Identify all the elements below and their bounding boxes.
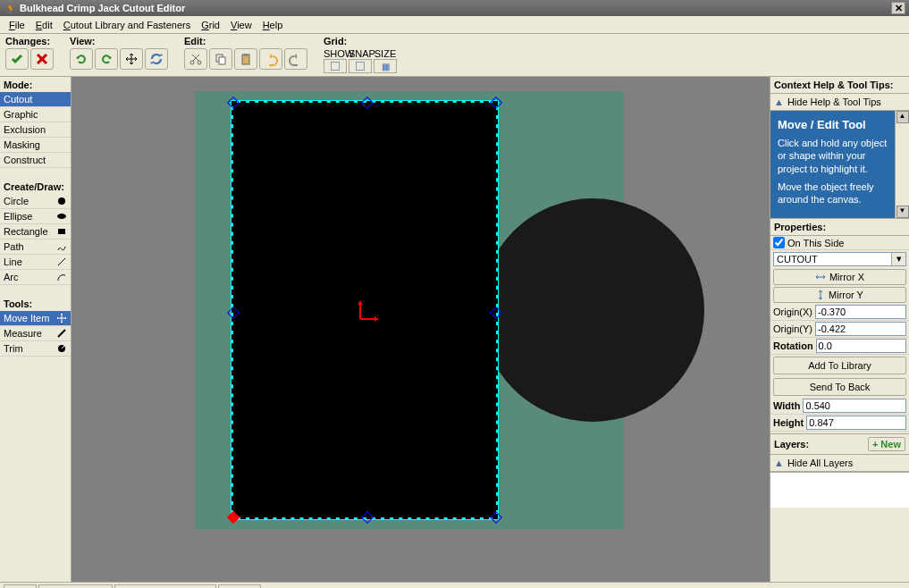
artboard [195,91,624,529]
scroll-up-icon[interactable]: ▲ [896,111,909,123]
rectangle-icon [56,226,67,237]
trim-icon [56,343,67,354]
toolbar: Changes: View: Edit: Grid: SHOW SNAP SIZ [0,34,909,77]
status-side: Outside [218,584,261,589]
pan-button[interactable] [120,48,143,70]
handle-br[interactable] [490,511,502,524]
circle-icon [56,196,67,206]
tool-trim[interactable]: Trim [0,341,71,357]
new-layer-button[interactable]: + New [868,437,905,451]
toolbar-edit: Edit: [184,36,307,70]
title-bar: Bulkhead Crimp Jack Cutout Editor ✕ [0,0,909,16]
draw-path[interactable]: Path [0,239,71,255]
svg-rect-8 [58,229,65,234]
svg-rect-5 [244,54,248,56]
measure-icon [56,328,67,339]
properties-header: Properties: [770,219,909,236]
draw-line[interactable]: Line [0,255,71,270]
handle-tc[interactable] [361,97,374,109]
redo-button[interactable] [284,48,307,70]
svg-rect-3 [219,57,225,64]
rotation-input[interactable] [816,339,906,353]
window-title: Bulkhead Crimp Jack Cutout Editor [20,3,185,13]
grid-size-button[interactable]: ▦ [374,59,397,73]
menu-file[interactable]: File [4,18,30,32]
create-header: Create/Draw: [0,179,71,194]
circle-shape[interactable] [481,198,704,422]
chevron-down-icon: ▾ [891,253,905,265]
svg-point-7 [57,214,66,219]
paste-button[interactable] [234,48,257,70]
handle-ml[interactable] [227,307,240,319]
status-mode: Move [4,584,37,589]
status-name: Bulkhead Crimp Jack [114,584,216,589]
on-this-side-check[interactable]: On This Side [770,236,909,250]
refresh-button[interactable] [145,48,168,70]
mode-graphic[interactable]: Graphic [0,107,71,122]
mode-exclusion[interactable]: Exclusion [0,122,71,138]
draw-ellipse[interactable]: Ellipse [0,209,71,224]
grid-snap-check[interactable] [349,59,372,73]
status-coords: (0.658",0.140") [38,584,113,589]
tool-measure[interactable]: Measure [0,326,71,341]
draw-rectangle[interactable]: Rectangle [0,224,71,239]
mirror-y-icon [816,290,825,300]
rotate-cw-button[interactable] [95,48,118,70]
help-header: Context Help & Tool Tips: [770,77,909,94]
mode-header: Mode: [0,77,71,92]
type-dropdown[interactable]: CUTOUT▾ [773,252,906,266]
menu-cutout-library[interactable]: Cutout Library and Fasteners [58,18,196,32]
menu-edit[interactable]: Edit [30,18,58,32]
java-icon [4,2,16,14]
draw-circle[interactable]: Circle [0,194,71,209]
menu-help[interactable]: Help [257,18,289,32]
cut-button[interactable] [184,48,207,70]
width-input[interactable] [803,399,906,413]
copy-button[interactable] [209,48,232,70]
mode-cutout[interactable]: Cutout [0,92,71,107]
left-panel: Mode: Cutout Graphic Exclusion Masking C… [0,77,72,582]
origin-x-input[interactable] [815,305,906,319]
handle-tl[interactable] [227,97,240,109]
menu-grid[interactable]: Grid [196,18,225,32]
status-bar: Move (0.658",0.140") Bulkhead Crimp Jack… [0,582,909,588]
accept-button[interactable] [5,48,29,70]
ellipse-icon [56,211,67,222]
send-to-back-button[interactable]: Send To Back [773,378,906,396]
handle-bl[interactable] [227,511,240,524]
add-to-library-button[interactable]: Add To Library [773,357,906,374]
layers-header: Layers: [774,439,809,449]
toolbar-view: View: [70,36,168,70]
canvas[interactable] [72,77,770,582]
cancel-button[interactable] [30,48,54,70]
tool-move[interactable]: Move Item [0,311,71,326]
collapse-up-icon: ▲ [774,97,784,107]
toolbar-changes: Changes: [5,36,54,70]
tools-header: Tools: [0,296,71,311]
menu-view[interactable]: View [225,18,257,32]
help-scrollbar[interactable]: ▲ ▼ [895,111,909,218]
hide-help-toggle[interactable]: ▲Hide Help & Tool Tips [770,94,909,111]
path-icon [56,241,67,252]
undo-button[interactable] [259,48,282,70]
height-input[interactable] [806,416,906,430]
origin-y-input[interactable] [815,322,906,336]
mirror-x-button[interactable]: Mirror X [773,269,906,285]
mirror-y-button[interactable]: Mirror Y [773,287,906,303]
mode-construct[interactable]: Construct [0,153,71,168]
help-tooltip: Move / Edit Tool Click and hold any obje… [770,111,895,218]
svg-point-6 [58,197,65,205]
rotate-ccw-button[interactable] [70,48,93,70]
layers-list [770,472,909,508]
right-panel: Context Help & Tool Tips: ▲Hide Help & T… [770,77,909,582]
mode-masking[interactable]: Masking [0,138,71,153]
draw-arc[interactable]: Arc [0,270,71,285]
close-button[interactable]: ✕ [891,2,905,14]
hide-layers-toggle[interactable]: ▲Hide All Layers [770,455,909,472]
grid-show-check[interactable] [324,59,347,73]
handle-bc[interactable] [361,511,374,524]
move-icon [56,313,67,323]
handle-tr[interactable] [490,97,502,109]
collapse-up-icon: ▲ [774,458,784,468]
scroll-down-icon[interactable]: ▼ [896,206,909,218]
